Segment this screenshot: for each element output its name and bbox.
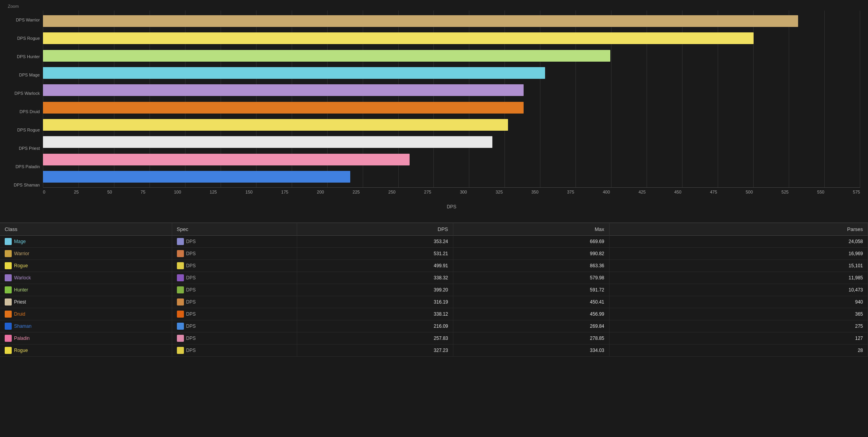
- spec-icon: [177, 238, 184, 245]
- dps-value: 257.83: [297, 332, 453, 345]
- spec-icon: [177, 286, 184, 293]
- spec-cell: DPS: [172, 248, 297, 260]
- bar-row: [43, 135, 860, 149]
- x-tick: 250: [389, 190, 396, 194]
- max-value: 456.99: [453, 308, 609, 320]
- class-name: Hunter: [14, 287, 28, 293]
- x-ticks: 0255075100125150175200225250275300325350…: [43, 190, 860, 194]
- table-row[interactable]: HunterDPS399.20591.7210,473: [0, 284, 868, 296]
- bar-row: [43, 117, 860, 132]
- x-tick: 25: [74, 190, 78, 194]
- dps-value: 216.09: [297, 320, 453, 332]
- bar-row: [43, 66, 860, 80]
- zoom-label: Zoom: [8, 4, 860, 9]
- header-parses: Parses: [609, 223, 868, 236]
- y-label: DPS Warrior: [8, 18, 43, 22]
- parses-value: 127: [609, 332, 868, 345]
- spec-cell: DPS: [172, 272, 297, 284]
- y-label: DPS Druid: [8, 109, 43, 114]
- bars-wrapper: [43, 11, 860, 187]
- parses-value: 10,473: [609, 284, 868, 296]
- spec-name: DPS: [186, 336, 196, 341]
- y-label: DPS Rogue: [8, 128, 43, 132]
- header-max: Max: [453, 223, 609, 236]
- header-class: Class: [0, 223, 172, 236]
- dps-value: 531.21: [297, 248, 453, 260]
- max-value: 278.85: [453, 332, 609, 345]
- spec-name: DPS: [186, 287, 196, 293]
- bar: [43, 171, 350, 183]
- bar-row: [43, 152, 860, 167]
- chart-section: Zoom DPS WarriorDPS RogueDPS HunterDPS M…: [0, 0, 868, 222]
- x-tick: 450: [674, 190, 681, 194]
- x-tick: 225: [353, 190, 360, 194]
- spec-name: DPS: [186, 323, 196, 329]
- class-name: Druid: [14, 311, 25, 317]
- x-tick: 375: [567, 190, 574, 194]
- x-tick: 175: [281, 190, 288, 194]
- table-row[interactable]: MageDPS353.24669.6924,058: [0, 236, 868, 248]
- spec-name: DPS: [186, 311, 196, 317]
- x-axis: 0255075100125150175200225250275300325350…: [43, 188, 860, 203]
- table-row[interactable]: DruidDPS338.12456.99365: [0, 308, 868, 320]
- max-value: 334.03: [453, 345, 609, 357]
- parses-value: 15,101: [609, 260, 868, 272]
- table-row[interactable]: WarlockDPS338.32579.9811,985: [0, 272, 868, 284]
- x-axis-label: DPS: [43, 204, 860, 210]
- spec-name: DPS: [186, 275, 196, 281]
- max-value: 579.98: [453, 272, 609, 284]
- class-name: Rogue: [14, 263, 28, 268]
- bar: [43, 154, 410, 165]
- class-cell: Shaman: [0, 320, 172, 332]
- table-header: Class Spec DPS Max Parses: [0, 223, 868, 236]
- y-label: DPS Shaman: [8, 183, 43, 187]
- data-table: Class Spec DPS Max Parses MageDPS353.246…: [0, 223, 868, 357]
- dps-value: 316.19: [297, 296, 453, 308]
- x-tick: 75: [141, 190, 145, 194]
- dps-value: 338.32: [297, 272, 453, 284]
- x-tick: 425: [638, 190, 645, 194]
- parses-value: 11,985: [609, 272, 868, 284]
- y-label: DPS Warlock: [8, 91, 43, 96]
- y-label: DPS Rogue: [8, 36, 43, 41]
- y-label: DPS Mage: [8, 73, 43, 77]
- dps-value: 399.20: [297, 284, 453, 296]
- spec-icon: [177, 250, 184, 257]
- header-dps: DPS: [297, 223, 453, 236]
- spec-icon: [177, 274, 184, 281]
- class-icon: [5, 298, 12, 306]
- y-label: DPS Priest: [8, 146, 43, 151]
- table-row[interactable]: PaladinDPS257.83278.85127: [0, 332, 868, 345]
- spec-cell: DPS: [172, 284, 297, 296]
- table-row[interactable]: RogueDPS499.91863.3615,101: [0, 260, 868, 272]
- x-tick: 300: [460, 190, 467, 194]
- x-tick: 275: [424, 190, 431, 194]
- parses-value: 24,058: [609, 236, 868, 248]
- spec-icon: [177, 323, 184, 330]
- dps-value: 499.91: [297, 260, 453, 272]
- parses-value: 940: [609, 296, 868, 308]
- class-cell: Hunter: [0, 284, 172, 296]
- class-name: Shaman: [14, 323, 32, 329]
- chart-area: DPS WarriorDPS RogueDPS HunterDPS MageDP…: [8, 11, 860, 210]
- spec-name: DPS: [186, 251, 196, 256]
- spec-cell: DPS: [172, 308, 297, 320]
- table-row[interactable]: PriestDPS316.19450.41940: [0, 296, 868, 308]
- spec-cell: DPS: [172, 260, 297, 272]
- class-icon: [5, 347, 12, 354]
- table-row[interactable]: WarriorDPS531.21990.8216,969: [0, 248, 868, 260]
- bar: [43, 50, 610, 62]
- class-name: Paladin: [14, 336, 30, 341]
- spec-cell: DPS: [172, 345, 297, 357]
- class-name: Priest: [14, 299, 26, 305]
- y-label: DPS Paladin: [8, 164, 43, 169]
- class-name: Rogue: [14, 348, 28, 353]
- class-name: Mage: [14, 239, 26, 244]
- class-cell: Druid: [0, 308, 172, 320]
- spec-icon: [177, 311, 184, 318]
- spec-icon: [177, 298, 184, 306]
- max-value: 669.69: [453, 236, 609, 248]
- table-row[interactable]: ShamanDPS216.09269.84275: [0, 320, 868, 332]
- bar-row: [43, 31, 860, 46]
- table-row[interactable]: RogueDPS327.23334.0328: [0, 345, 868, 357]
